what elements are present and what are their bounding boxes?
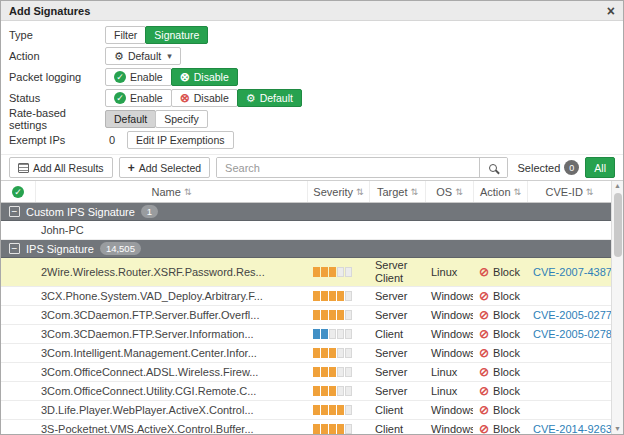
action-cell: ⊘Block xyxy=(473,306,527,324)
target-line: Client xyxy=(375,328,403,341)
form-row-action: Action ⚙ Default ▾ xyxy=(9,47,615,65)
row-check-cell[interactable] xyxy=(1,344,35,362)
column-header-cve[interactable]: CVE-ID ⇅ xyxy=(527,181,611,202)
severity-segment xyxy=(345,310,352,320)
scrollbar-thumb[interactable] xyxy=(614,193,622,257)
table-row[interactable]: 3Com.3CDaemon.FTP.Server.Information...C… xyxy=(1,325,611,344)
all-filter-button[interactable]: All xyxy=(585,157,615,178)
table-row[interactable]: 3Com.OfficeConnect.Utility.CGI.Remote.C.… xyxy=(1,382,611,401)
scroll-up-icon[interactable]: ▲ xyxy=(614,181,621,191)
dialog-titlebar: Add Signatures × xyxy=(1,1,623,21)
status-default-button[interactable]: ⚙ Default xyxy=(237,89,302,107)
form-row-type: Type Filter Signature xyxy=(9,26,615,44)
status-disable-button[interactable]: ⊗ Disable xyxy=(171,89,238,107)
table-row[interactable]: 3D.Life.Player.WebPlayer.ActiveX.Control… xyxy=(1,401,611,420)
severity-bars xyxy=(307,325,369,343)
status-default-label: Default xyxy=(260,92,293,104)
table-row[interactable]: 2Wire.Wireless.Router.XSRF.Password.Res.… xyxy=(1,258,611,287)
status-enable-button[interactable]: ✓ Enable xyxy=(105,89,172,107)
table-row[interactable]: John-PC xyxy=(1,221,611,240)
packet-enable-button[interactable]: ✓ Enable xyxy=(105,68,172,86)
collapse-minus-icon[interactable]: − xyxy=(9,206,20,217)
severity-segment xyxy=(329,348,336,358)
row-check-cell[interactable] xyxy=(1,363,35,381)
status-enable-label: Enable xyxy=(130,92,163,104)
type-signature-button[interactable]: Signature xyxy=(145,26,208,44)
severity-segment xyxy=(321,291,328,301)
target-cell: Server xyxy=(369,287,425,305)
os-cell: Windows xyxy=(425,306,473,324)
search-button[interactable] xyxy=(479,158,507,177)
severity-segment xyxy=(345,424,352,434)
action-dropdown[interactable]: ⚙ Default ▾ xyxy=(105,47,181,65)
signature-name: 3CX.Phone.System.VAD_Deploy.Arbitrary.F.… xyxy=(35,287,307,305)
row-check-cell[interactable] xyxy=(1,420,35,434)
form-row-rate-based: Rate-based settings Default Specify xyxy=(9,110,615,128)
form-row-status: Status ✓ Enable ⊗ Disable ⚙ Default xyxy=(9,89,615,107)
column-header-target[interactable]: Target ⇅ xyxy=(369,181,425,202)
search-input[interactable] xyxy=(217,158,478,177)
select-all-header[interactable]: ✓ xyxy=(1,181,35,202)
table-row[interactable]: 3Com.OfficeConnect.ADSL.Wireless.Firew..… xyxy=(1,363,611,382)
column-header-name[interactable]: Name ⇅ xyxy=(35,181,307,202)
table-row[interactable]: 3CX.Phone.System.VAD_Deploy.Arbitrary.F.… xyxy=(1,287,611,306)
collapse-minus-icon[interactable]: − xyxy=(9,243,20,254)
severity-segment xyxy=(345,405,352,415)
add-selected-button[interactable]: + Add Selected xyxy=(119,157,210,178)
severity-segment xyxy=(321,310,328,320)
target-line: Server xyxy=(375,259,407,272)
target-cell: Server xyxy=(369,306,425,324)
group-header-row[interactable]: −Custom IPS Signature1 xyxy=(1,203,611,221)
check-circle-icon: ✓ xyxy=(114,71,126,83)
action-label: Block xyxy=(493,266,520,278)
os-cell: Windows xyxy=(425,420,473,434)
gear-icon: ⚙ xyxy=(246,93,256,104)
action-cell: ⊘Block xyxy=(473,420,527,434)
rate-specify-button[interactable]: Specify xyxy=(155,110,207,128)
table-row[interactable]: 3Com.Intelligent.Management.Center.Infor… xyxy=(1,344,611,363)
group-header-row[interactable]: −IPS Signature14,505 xyxy=(1,240,611,258)
table-row[interactable]: 3S-Pocketnet.VMS.ActiveX.Control.Buffer.… xyxy=(1,420,611,434)
action-cell xyxy=(473,221,527,239)
severity-segment xyxy=(321,329,328,339)
signature-form: Type Filter Signature Action ⚙ Default ▾… xyxy=(1,21,623,154)
severity-segment xyxy=(329,367,336,377)
packet-disable-button[interactable]: ⊗ Disable xyxy=(171,68,238,86)
group-count-badge: 14,505 xyxy=(100,242,141,255)
add-all-results-label: Add All Results xyxy=(33,162,104,174)
type-filter-button[interactable]: Filter xyxy=(105,26,146,44)
signature-name: 2Wire.Wireless.Router.XSRF.Password.Res.… xyxy=(35,258,307,286)
cve-link[interactable]: CVE-2005-0277 xyxy=(527,306,611,324)
column-header-os[interactable]: OS ⇅ xyxy=(425,181,473,202)
cve-link[interactable]: CVE-2005-0278 xyxy=(527,325,611,343)
row-check-cell[interactable] xyxy=(1,287,35,305)
row-check-cell[interactable] xyxy=(1,258,35,286)
rate-default-button[interactable]: Default xyxy=(105,110,156,128)
row-check-cell[interactable] xyxy=(1,221,35,239)
block-icon: ⊘ xyxy=(479,365,489,379)
cve-link[interactable]: CVE-2007-4387 xyxy=(527,258,611,286)
row-check-cell[interactable] xyxy=(1,306,35,324)
row-check-cell[interactable] xyxy=(1,325,35,343)
x-circle-icon: ⊗ xyxy=(180,92,190,104)
severity-segment xyxy=(337,386,344,396)
signature-name: 3Com.Intelligent.Management.Center.Infor… xyxy=(35,344,307,362)
severity-bars xyxy=(307,258,369,286)
sort-icon: ⇅ xyxy=(586,187,594,197)
table-row[interactable]: 3Com.3CDaemon.FTP.Server.Buffer.Overfl..… xyxy=(1,306,611,325)
add-all-results-button[interactable]: Add All Results xyxy=(9,157,113,178)
vertical-scrollbar[interactable]: ▲ ▼ xyxy=(611,181,623,434)
severity-segment xyxy=(313,424,320,434)
close-icon[interactable]: × xyxy=(607,4,615,18)
cve-link[interactable]: CVE-2014-9263 xyxy=(527,420,611,434)
severity-segment xyxy=(313,267,320,277)
severity-segment xyxy=(345,329,352,339)
edit-ip-exemptions-button[interactable]: Edit IP Exemptions xyxy=(127,131,234,149)
column-header-severity[interactable]: Severity ⇅ xyxy=(307,181,369,202)
column-header-action[interactable]: Action ⇅ xyxy=(473,181,527,202)
row-check-cell[interactable] xyxy=(1,401,35,419)
packet-disable-label: Disable xyxy=(194,71,229,83)
scroll-down-icon[interactable]: ▼ xyxy=(614,424,621,434)
row-check-cell[interactable] xyxy=(1,382,35,400)
target-line: Server xyxy=(375,290,407,303)
